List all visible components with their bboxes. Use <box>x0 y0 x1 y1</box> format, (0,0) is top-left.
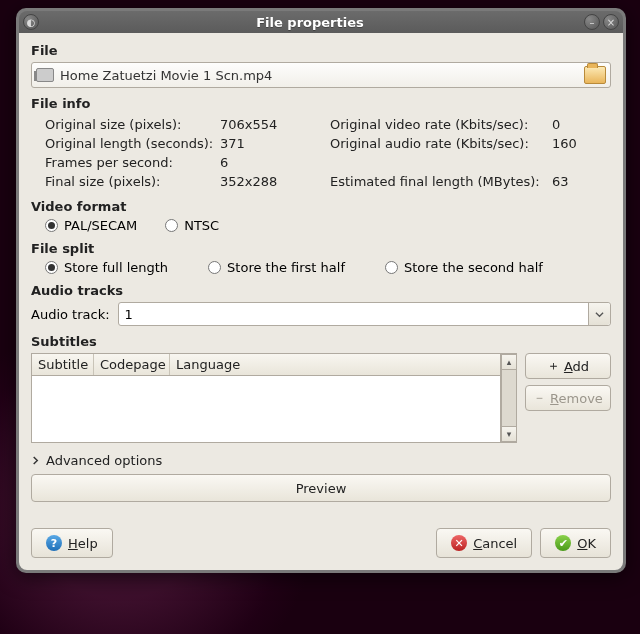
titlebar: ◐ File properties – × <box>19 11 623 33</box>
browse-folder-icon[interactable] <box>584 66 606 84</box>
window-title: File properties <box>39 15 581 30</box>
close-button[interactable]: × <box>603 14 619 30</box>
ok-icon: ✔ <box>555 535 571 551</box>
radio-icon <box>45 219 58 232</box>
minus-icon: － <box>533 389 546 407</box>
scroll-up-icon[interactable]: ▴ <box>501 354 517 370</box>
file-split-section-label: File split <box>31 241 611 256</box>
dialog-content: File Home Zatuetzi Movie 1 Scn.mp4 File … <box>19 33 623 570</box>
help-icon: ? <box>46 535 62 551</box>
video-format-radios: PAL/SECAM NTSC <box>45 218 611 233</box>
radio-icon <box>45 261 58 274</box>
plus-icon: ＋ <box>547 357 560 375</box>
radio-store-full[interactable]: Store full length <box>45 260 168 275</box>
audio-tracks-section-label: Audio tracks <box>31 283 611 298</box>
file-info-section-label: File info <box>31 96 611 111</box>
info-row: Final size (pixels):352x288Estimated fin… <box>45 172 611 191</box>
radio-ntsc[interactable]: NTSC <box>165 218 219 233</box>
file-info-grid: Original size (pixels):706x554Original v… <box>45 115 611 191</box>
radio-pal-secam[interactable]: PAL/SECAM <box>45 218 137 233</box>
file-path-text: Home Zatuetzi Movie 1 Scn.mp4 <box>60 68 584 83</box>
radio-store-second-half[interactable]: Store the second half <box>385 260 543 275</box>
audio-track-row: Audio track: 1 <box>31 302 611 326</box>
cancel-icon: ✕ <box>451 535 467 551</box>
cancel-button[interactable]: ✕Cancel <box>436 528 532 558</box>
add-subtitle-button[interactable]: ＋Add <box>525 353 611 379</box>
help-button[interactable]: ?Help <box>31 528 113 558</box>
file-split-radios: Store full length Store the first half S… <box>45 260 611 275</box>
info-row: Frames per second:6 <box>45 153 611 172</box>
info-row: Original size (pixels):706x554Original v… <box>45 115 611 134</box>
scroll-track[interactable] <box>501 370 517 426</box>
minimize-button[interactable]: – <box>584 14 600 30</box>
audio-track-select[interactable]: 1 <box>118 302 611 326</box>
subtitles-header: Subtitle Codepage Language <box>32 354 500 376</box>
video-file-icon <box>36 68 54 82</box>
subtitles-scrollbar[interactable]: ▴ ▾ <box>501 353 517 443</box>
radio-icon <box>165 219 178 232</box>
file-section-label: File <box>31 43 611 58</box>
video-format-section-label: Video format <box>31 199 611 214</box>
audio-track-value: 1 <box>125 307 133 322</box>
window-menu-button[interactable]: ◐ <box>23 14 39 30</box>
remove-subtitle-button[interactable]: －Remove <box>525 385 611 411</box>
chevron-right-icon <box>31 456 40 465</box>
subtitles-row: Subtitle Codepage Language ▴ ▾ ＋Add －Rem… <box>31 353 611 443</box>
subtitles-section-label: Subtitles <box>31 334 611 349</box>
file-path-field: Home Zatuetzi Movie 1 Scn.mp4 <box>31 62 611 88</box>
radio-icon <box>208 261 221 274</box>
preview-button[interactable]: Preview <box>31 474 611 502</box>
radio-store-first-half[interactable]: Store the first half <box>208 260 345 275</box>
scroll-down-icon[interactable]: ▾ <box>501 426 517 442</box>
dialog-window: ◐ File properties – × File Home Zatuetzi… <box>16 8 626 573</box>
radio-icon <box>385 261 398 274</box>
info-row: Original length (seconds):371Original au… <box>45 134 611 153</box>
chevron-down-icon <box>588 303 610 325</box>
advanced-options-expander[interactable]: Advanced options <box>31 453 611 468</box>
ok-button[interactable]: ✔OK <box>540 528 611 558</box>
audio-track-label: Audio track: <box>31 307 110 322</box>
dialog-footer: ?Help ✕Cancel ✔OK <box>31 528 611 558</box>
subtitles-table[interactable]: Subtitle Codepage Language <box>31 353 501 443</box>
